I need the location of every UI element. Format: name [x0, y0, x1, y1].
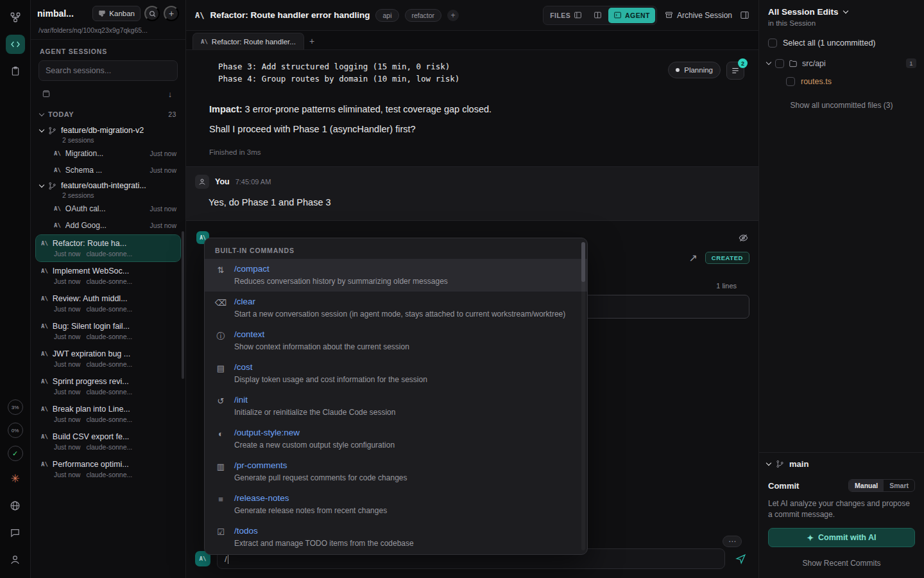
ai-commit-hint: Let AI analyze your changes and propose …: [759, 492, 924, 520]
session-mark-icon: A\: [195, 11, 204, 20]
session-item[interactable]: A\ Add Goog... Just now: [36, 217, 180, 234]
tab-bar: A\ Refactor: Route handler... +: [186, 31, 758, 50]
session-item[interactable]: A\ OAuth cal... Just now: [36, 200, 180, 217]
git-branch-icon: [48, 127, 56, 135]
status-check-icon[interactable]: ✓: [8, 446, 23, 461]
select-all-row[interactable]: Select all (1 uncommitted): [759, 32, 924, 54]
code-icon[interactable]: [6, 35, 25, 54]
session-mark-icon: A\: [41, 295, 48, 302]
external-link-icon[interactable]: ↗: [689, 252, 697, 264]
icon-rail: 3% 0% ✓ ✳: [0, 0, 31, 578]
session-item[interactable]: A\Implement WebSoc... Just nowclaude-son…: [36, 263, 180, 289]
chevron-down-icon: [39, 127, 44, 132]
planning-status-pill[interactable]: Planning: [668, 62, 721, 78]
session-mark-icon: A\: [201, 39, 208, 45]
sidebar-scrollbar[interactable]: [182, 231, 184, 379]
add-tag-button[interactable]: +: [447, 10, 459, 21]
clipboard-icon[interactable]: [6, 62, 25, 81]
outline-toggle-button[interactable]: 2: [726, 62, 744, 80]
session-mark-icon: A\: [41, 461, 48, 468]
search-button[interactable]: [144, 6, 160, 21]
session-item[interactable]: A\Review: Auth middl... Just nowclaude-s…: [36, 290, 180, 317]
edits-panel-subtitle: in this Session: [768, 19, 915, 27]
archive-filter-icon[interactable]: [40, 87, 53, 100]
search-sessions-input[interactable]: [38, 60, 178, 81]
chat-icon[interactable]: [6, 523, 25, 542]
command-item-compact[interactable]: ⇅ /compactReduces conversation history b…: [205, 259, 587, 292]
session-item[interactable]: A\Bug: Silent login fail... Just nowclau…: [36, 318, 180, 344]
files-view-toggle[interactable]: FILES: [545, 8, 587, 23]
session-mark-icon: A\: [41, 434, 48, 440]
kanban-button[interactable]: Kanban: [92, 6, 141, 21]
panel-icon: [574, 11, 582, 19]
command-item-init[interactable]: ↺ /initInitialize or reinitialize the Cl…: [205, 390, 587, 423]
session-item[interactable]: A\Build CSV export fe... Just nowclaude-…: [36, 428, 180, 455]
tag-refactor[interactable]: refactor: [405, 9, 442, 22]
select-all-checkbox[interactable]: [768, 39, 777, 48]
person-icon[interactable]: [6, 550, 25, 569]
memory-usage-badge: 0%: [8, 423, 23, 438]
session-header: A\ Refactor: Route handler error handlin…: [186, 0, 758, 31]
folder-row-src-api[interactable]: src/api 1: [759, 54, 924, 73]
columns-layout-button[interactable]: [740, 10, 749, 20]
command-item-clear[interactable]: ⌫ /clearStart a new conversation session…: [205, 292, 587, 324]
comment-icon: ▥: [215, 460, 227, 471]
command-item-release-notes[interactable]: ≡ /release-notesGenerate release notes f…: [205, 488, 587, 521]
session-item[interactable]: A\Performance optimi... Just nowclaude-s…: [36, 456, 180, 482]
session-list: TODAY 23 feature/db-migration-v2 2 sessi…: [31, 103, 185, 578]
mode-manual[interactable]: Manual: [849, 480, 884, 491]
hide-output-button[interactable]: [739, 233, 748, 243]
workflow-icon[interactable]: [6, 8, 25, 27]
edits-panel-title[interactable]: All Session Edits: [768, 7, 915, 17]
user-message-text: Yes, do Phase 1 and Phase 3: [209, 197, 749, 207]
sidebar: nimbal... Kanban + /var/folders/nq/100xq…: [31, 0, 186, 578]
file-checkbox[interactable]: [786, 77, 795, 86]
commit-mode-toggle: Manual Smart: [848, 479, 915, 492]
command-item-output-style[interactable]: ◐ /output-style:newCreate a new custom o…: [205, 423, 587, 455]
search-icon: [148, 10, 157, 18]
archive-session-button[interactable]: Archive Session: [665, 11, 732, 20]
new-tab-button[interactable]: +: [309, 36, 314, 46]
folder-checkbox[interactable]: [775, 59, 784, 68]
split-view-toggle[interactable]: [588, 8, 607, 23]
send-button[interactable]: [732, 550, 749, 568]
session-item-selected[interactable]: A\Refactor: Route ha... Just nowclaude-s…: [36, 235, 180, 261]
session-item[interactable]: A\ Migration... Just now: [36, 145, 180, 162]
new-session-button[interactable]: +: [164, 6, 179, 21]
sparkle-icon: ✦: [807, 533, 814, 543]
branch-item-oauth[interactable]: feature/oauth-integrati... 2 sessions: [36, 179, 180, 200]
mode-smart[interactable]: Smart: [884, 480, 914, 491]
branch-row-main[interactable]: main: [759, 453, 924, 475]
file-row-routes[interactable]: routes.ts: [759, 73, 924, 91]
show-all-uncommitted-link[interactable]: Show all uncommitted files (3): [759, 91, 924, 120]
palette-scrollbar[interactable]: [581, 242, 585, 550]
show-recent-commits-link[interactable]: Show Recent Commits: [759, 547, 924, 575]
list-icon: [731, 66, 740, 75]
session-mark-icon: A\: [41, 406, 48, 412]
more-options-button[interactable]: ⋯: [723, 536, 742, 547]
command-item-pr-comments[interactable]: ▥ /pr-commentsGenerate pull request comm…: [205, 455, 587, 488]
message-timestamp: 7:45:09 AM: [235, 178, 271, 186]
command-item-context[interactable]: ⓘ /contextShow context information about…: [205, 324, 587, 357]
session-item[interactable]: A\Break plan into Line... Just nowclaude…: [36, 401, 180, 427]
session-mark-icon: A\: [41, 268, 48, 274]
commit-with-ai-button[interactable]: ✦ Commit with AI: [768, 528, 915, 547]
sort-down-icon[interactable]: ↓: [164, 87, 176, 100]
tag-api[interactable]: api: [375, 9, 398, 22]
group-today[interactable]: TODAY 23: [36, 105, 180, 123]
command-item-todos[interactable]: ☑ /todosExtract and manage TODO items fr…: [205, 521, 587, 554]
globe-icon[interactable]: [6, 496, 25, 515]
worktree-icon: [776, 460, 784, 468]
agent-view-toggle[interactable]: AGENT: [608, 8, 655, 23]
finished-status: Finished in 3ms: [209, 148, 758, 156]
claude-logo-icon[interactable]: ✳: [6, 469, 25, 488]
session-item[interactable]: A\JWT expiration bug ... Just nowclaude-…: [36, 346, 180, 372]
person-icon: [198, 178, 206, 186]
branch-item-db-migration[interactable]: feature/db-migration-v2 2 sessions: [36, 123, 180, 145]
session-item[interactable]: A\Sprint progress revi... Just nowclaude…: [36, 373, 180, 399]
branch-session-count: 2 sessions: [40, 191, 176, 199]
session-item[interactable]: A\ Schema ... Just now: [36, 162, 180, 179]
command-item-cost[interactable]: ▤ /costDisplay token usage and cost info…: [205, 357, 587, 390]
tab-active-session[interactable]: A\ Refactor: Route handler...: [193, 33, 304, 49]
session-mark-icon: A\: [41, 351, 48, 357]
